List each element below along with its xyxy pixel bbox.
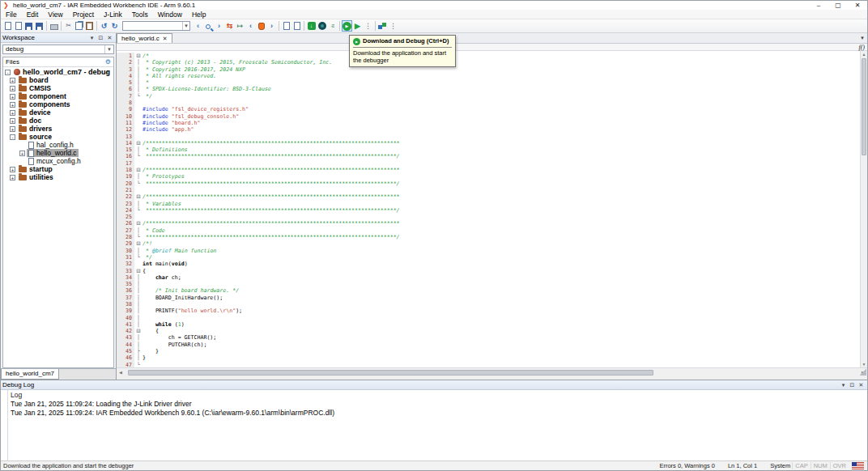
menu-edit[interactable]: Edit — [22, 10, 44, 19]
expand-icon[interactable]: + — [10, 94, 15, 100]
copy-button[interactable] — [74, 20, 84, 32]
fold-collapse-icon[interactable]: ⊟ — [134, 140, 143, 146]
code-surface[interactable]: 1⊟/*2│ * Copyright (c) 2013 - 2015, Free… — [117, 51, 860, 367]
tree-item-mcux-config-h[interactable]: mcux_config.h — [3, 157, 113, 165]
menu-view[interactable]: View — [43, 10, 67, 19]
redo-button[interactable]: ↻ — [109, 20, 120, 32]
tree-item-device[interactable]: +device — [3, 108, 113, 117]
go-to-button[interactable]: ↦ — [235, 20, 245, 32]
collapse-icon[interactable]: - — [5, 70, 11, 75]
toggle-bookmark-button[interactable] — [256, 20, 266, 32]
tree-item-drivers[interactable]: +drivers — [3, 125, 113, 133]
gear-icon[interactable]: ⚙ — [105, 57, 111, 67]
tree-item-component[interactable]: +component — [3, 92, 113, 100]
expand-icon[interactable]: + — [10, 126, 15, 132]
scroll-left-icon[interactable]: ◀ — [117, 370, 125, 375]
resize-grip[interactable] — [860, 369, 866, 376]
horizontal-scrollbar[interactable]: ◀ ▶ — [117, 367, 867, 376]
menu-project[interactable]: Project — [68, 10, 99, 19]
navigate-backward-button[interactable] — [281, 20, 291, 32]
find-next-button[interactable]: › — [214, 20, 224, 32]
code-line: 36│ /* Init board hardware. */ — [117, 287, 860, 294]
close-button[interactable]: ✕ — [848, 1, 867, 10]
expand-icon[interactable]: + — [10, 118, 15, 124]
tree-item-board[interactable]: +board — [3, 76, 113, 84]
horizontal-scroll-thumb[interactable] — [128, 370, 653, 376]
tree-item-doc[interactable]: +doc — [3, 117, 113, 125]
menu-help[interactable]: Help — [187, 10, 211, 19]
vertical-scrollbar[interactable]: ▲ ▼ — [860, 51, 867, 367]
expand-icon[interactable]: + — [19, 151, 25, 156]
navigate-forward-button[interactable] — [291, 20, 302, 32]
line-number: 45 — [117, 348, 134, 354]
debug-button[interactable] — [317, 20, 327, 32]
save-all-button[interactable] — [34, 20, 45, 32]
stop-debugging-button[interactable]: -≡ — [327, 20, 338, 32]
debug-log-content[interactable]: Log Tue Jan 21, 2025 11:09:24: Loading t… — [1, 390, 867, 460]
workspace-close-icon[interactable]: ✕ — [105, 33, 114, 43]
find-button[interactable] — [203, 20, 214, 32]
expand-icon[interactable]: + — [10, 102, 15, 108]
debug-log-pin-icon[interactable]: ⊡ — [848, 380, 857, 390]
editor-tab-hello-world-c[interactable]: hello_world.c ✕ — [117, 33, 172, 43]
expand-icon[interactable]: + — [10, 167, 15, 172]
configuration-select[interactable]: debug ▼ — [2, 45, 114, 54]
print-button[interactable] — [49, 20, 59, 32]
scroll-up-icon[interactable]: ▲ — [861, 51, 867, 57]
function-list-button[interactable]: f() — [858, 44, 867, 50]
fold-collapse-icon[interactable]: ⊟ — [134, 240, 143, 247]
expand-icon[interactable]: + — [10, 175, 15, 180]
tab-close-icon[interactable]: ✕ — [163, 36, 168, 42]
vertical-scroll-thumb[interactable] — [862, 58, 866, 155]
workspace-pin-icon[interactable]: ⊡ — [96, 33, 105, 43]
expand-icon[interactable]: + — [10, 110, 15, 116]
make-button[interactable]: ↓ — [306, 20, 317, 32]
tree-item-hello-world-c[interactable]: +hello_world.c — [3, 149, 113, 157]
cut-button[interactable]: ✂ — [63, 20, 74, 32]
paste-button[interactable] — [84, 20, 95, 32]
minimize-button[interactable]: – — [809, 1, 828, 10]
undo-button[interactable]: ↺ — [99, 20, 109, 32]
save-button[interactable] — [23, 20, 34, 32]
toolbar-overflow2-button[interactable]: ⋮ — [388, 20, 398, 32]
workspace-dropdown-icon[interactable]: ▾ — [87, 33, 96, 43]
debug-log-dropdown-icon[interactable]: ▾ — [839, 380, 848, 390]
tree-item-components[interactable]: +components — [3, 100, 113, 108]
menu-file[interactable]: File — [1, 10, 22, 19]
debug-without-downloading-button[interactable]: ▶ — [352, 20, 363, 32]
cmsis-pack-manager-button[interactable] — [377, 20, 388, 32]
next-bookmark-button[interactable]: › — [266, 20, 277, 32]
fold-collapse-icon[interactable]: ⊟ — [134, 220, 143, 227]
menu-tools[interactable]: Tools — [127, 10, 153, 19]
expand-icon[interactable]: + — [10, 86, 15, 91]
tree-item-utilities[interactable]: +utilities — [3, 173, 113, 181]
new-document-button[interactable] — [2, 20, 13, 32]
download-and-debug-button[interactable]: ▶ — [342, 20, 352, 32]
tree-item-hello-world-cm7-debug[interactable]: -hello_world_cm7 - debug✓ — [3, 68, 113, 76]
find-previous-button[interactable]: ‹ — [193, 20, 203, 32]
fold-collapse-icon[interactable]: ⊟ — [134, 193, 143, 200]
copy-icon — [75, 22, 83, 30]
find-combo-input[interactable]: ▼ — [122, 21, 190, 31]
chevron-down-icon[interactable]: ▼ — [182, 22, 189, 30]
fold-collapse-icon[interactable]: ⊟ — [134, 268, 143, 274]
toolbar-overflow-button[interactable]: ⋮ — [363, 20, 373, 32]
find-text-field[interactable] — [123, 22, 182, 30]
tree-item-startup[interactable]: +startup — [3, 165, 113, 173]
language-flag-icon[interactable] — [852, 462, 864, 469]
menu-window[interactable]: Window — [153, 10, 187, 19]
collapse-icon[interactable]: - — [10, 134, 15, 140]
maximize-button[interactable]: ▢ — [828, 1, 848, 10]
tab-list-dropdown-icon[interactable]: ▼ — [857, 33, 867, 43]
tree-item-source[interactable]: -source — [3, 133, 113, 141]
open-document-button[interactable] — [13, 20, 23, 32]
workspace-tab-hello-world-cm7[interactable]: hello_world_cm7 — [1, 369, 59, 380]
scroll-down-icon[interactable]: ▼ — [861, 361, 867, 367]
replace-button[interactable]: ⇆ — [224, 20, 235, 32]
previous-bookmark-button[interactable]: ‹ — [245, 20, 256, 32]
menu-j-link[interactable]: J-Link — [99, 10, 127, 19]
tree-item-cmsis[interactable]: +CMSIS — [3, 84, 113, 92]
tree-item-hal-config-h[interactable]: hal_config.h — [3, 141, 113, 149]
debug-log-close-icon[interactable]: ✕ — [857, 380, 866, 390]
expand-icon[interactable]: + — [10, 78, 15, 83]
